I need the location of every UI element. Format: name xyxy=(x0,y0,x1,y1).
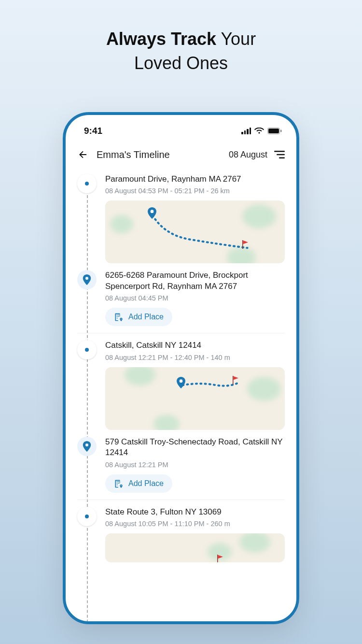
back-icon[interactable] xyxy=(77,149,89,160)
map-pin-icon xyxy=(148,207,156,219)
entry-subtitle: 08 August 04:53 PM - 05:21 PM - 26 km xyxy=(105,187,285,195)
map-flag-icon xyxy=(241,240,249,249)
svg-rect-3 xyxy=(274,151,285,152)
entry-title: Paramount Drive, Raynham MA 2767 xyxy=(105,174,285,185)
svg-point-11 xyxy=(85,444,88,446)
entry-title: 6265-6268 Paramount Drive, Brockport Spe… xyxy=(105,270,285,292)
entry-title: Catskill, Catskill NY 12414 xyxy=(105,340,285,351)
map-thumbnail[interactable] xyxy=(105,533,285,562)
add-place-label: Add Place xyxy=(128,479,164,488)
svg-rect-12 xyxy=(217,555,218,562)
pin-icon xyxy=(83,441,91,452)
entry-title: 579 Catskill Troy-Schenectady Road, Cats… xyxy=(105,437,285,458)
battery-icon xyxy=(267,128,282,134)
add-place-button[interactable]: Add Place xyxy=(105,308,172,326)
filter-icon[interactable] xyxy=(274,150,285,159)
status-time: 9:41 xyxy=(84,126,102,136)
timeline-node-dot xyxy=(77,340,97,359)
phone-frame: 9:41 Emma's Timeline 08 August xyxy=(63,112,299,624)
status-bar: 9:41 xyxy=(66,115,296,139)
hero-heading: Always Track Your Loved Ones xyxy=(0,0,362,76)
hero-rest1: Your xyxy=(216,29,256,49)
hero-rest2: Loved Ones xyxy=(134,53,228,73)
page-title: Emma's Timeline xyxy=(97,149,170,160)
map-pin-icon xyxy=(177,377,185,388)
add-place-button[interactable]: Add Place xyxy=(105,474,172,493)
add-place-label: Add Place xyxy=(128,313,164,321)
timeline-node-pin xyxy=(77,437,97,456)
entry-subtitle: 08 August 12:21 PM xyxy=(105,461,285,469)
svg-point-9 xyxy=(180,379,183,383)
map-thumbnail[interactable] xyxy=(105,200,285,263)
timeline-node-pin xyxy=(77,270,97,289)
timeline-node-dot xyxy=(77,507,97,526)
svg-rect-4 xyxy=(277,154,285,156)
timeline-entry: 6265-6268 Paramount Drive, Brockport Spe… xyxy=(77,270,285,333)
timeline-entry: Catskill, Catskill NY 12414 08 August 12… xyxy=(77,340,285,436)
svg-point-6 xyxy=(151,210,154,214)
timeline-entry: State Route 3, Fulton NY 13069 08 August… xyxy=(77,507,285,569)
entry-subtitle: 08 August 12:21 PM - 12:40 PM - 140 m xyxy=(105,354,285,361)
svg-point-8 xyxy=(85,277,88,280)
svg-rect-10 xyxy=(233,376,234,385)
building-pin-icon xyxy=(114,312,124,322)
map-route-path xyxy=(105,200,285,263)
map-thumbnail[interactable] xyxy=(105,367,285,430)
date-label[interactable]: 08 August xyxy=(229,150,267,160)
entry-subtitle: 08 August 04:45 PM xyxy=(105,294,285,302)
map-flag-icon xyxy=(232,376,239,385)
pin-icon xyxy=(83,274,91,285)
app-header: Emma's Timeline 08 August xyxy=(66,139,296,169)
timeline-entry: Paramount Drive, Raynham MA 2767 08 Augu… xyxy=(77,174,285,270)
svg-rect-5 xyxy=(279,157,285,158)
hero-bold: Always Track xyxy=(106,29,216,49)
wifi-icon xyxy=(254,128,264,134)
building-pin-icon xyxy=(114,479,124,488)
cellular-icon xyxy=(241,128,251,134)
entry-title: State Route 3, Fulton NY 13069 xyxy=(105,507,285,517)
svg-rect-2 xyxy=(280,130,282,132)
svg-rect-1 xyxy=(268,129,279,133)
timeline-entry: 579 Catskill Troy-Schenectady Road, Cats… xyxy=(77,437,285,500)
map-flag-icon xyxy=(216,555,224,562)
timeline-node-dot xyxy=(77,174,97,193)
timeline[interactable]: Paramount Drive, Raynham MA 2767 08 Augu… xyxy=(66,169,296,569)
svg-rect-7 xyxy=(242,240,243,249)
map-route-path xyxy=(105,367,285,430)
entry-subtitle: 08 August 10:05 PM - 11:10 PM - 260 m xyxy=(105,520,285,528)
